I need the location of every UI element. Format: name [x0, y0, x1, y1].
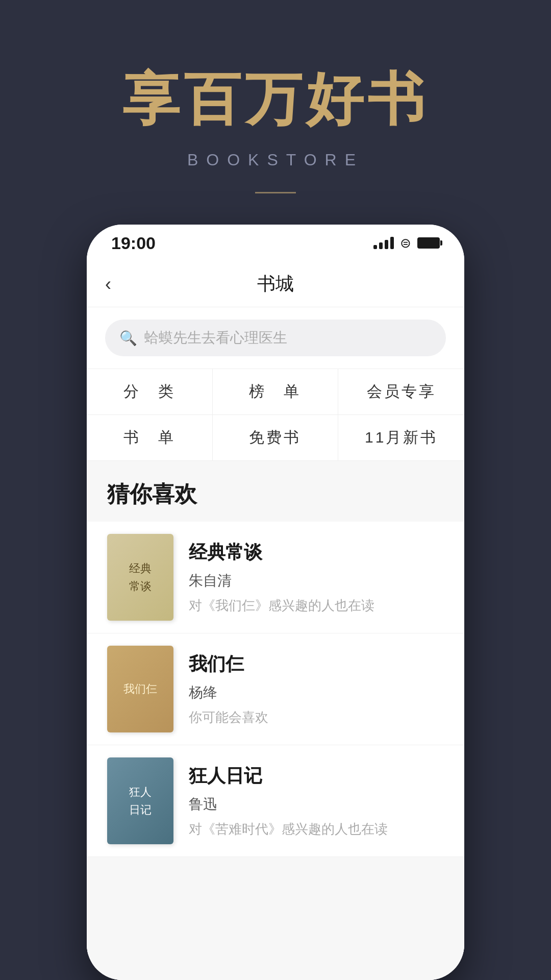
- category-grid: 分 类 榜 单 会员专享 书 单 免费书 11月新书: [87, 369, 464, 461]
- search-icon: 🔍: [119, 330, 137, 347]
- recommend-section: 猜你喜欢 经典 常谈 经典常谈 朱自清 对《我们仨》感兴趣的人也在读: [87, 461, 464, 980]
- book-info-2: 狂人日记 鲁迅 对《苦难时代》感兴趣的人也在读: [189, 764, 444, 838]
- category-label-2: 会员专享: [367, 381, 436, 402]
- battery-icon: [417, 237, 440, 249]
- category-item-5[interactable]: 11月新书: [338, 415, 464, 461]
- search-container: 🔍 蛤蟆先生去看心理医生: [87, 307, 464, 369]
- hero-section: 享百万好书 BOOKSTORE: [0, 0, 551, 193]
- book-name-0: 经典常谈: [189, 540, 444, 565]
- book-item-2[interactable]: 狂人 日记 狂人日记 鲁迅 对《苦难时代》感兴趣的人也在读: [87, 745, 464, 857]
- nav-bar: ‹ 书城: [87, 261, 464, 307]
- book-cover-2: 狂人 日记: [107, 757, 173, 844]
- search-placeholder-text: 蛤蟆先生去看心理医生: [144, 328, 287, 348]
- category-item-3[interactable]: 书 单: [87, 415, 213, 461]
- book-item-0[interactable]: 经典 常谈 经典常谈 朱自清 对《我们仨》感兴趣的人也在读: [87, 522, 464, 633]
- book-author-1: 杨绛: [189, 683, 444, 702]
- page-title: 书城: [257, 272, 294, 297]
- book-cover-0: 经典 常谈: [107, 534, 173, 621]
- category-label-4: 免费书: [249, 427, 301, 448]
- phone-frame: 19:00 ⊜ ‹ 书城 🔍 蛤蟆先: [87, 225, 464, 980]
- book-author-2: 鲁迅: [189, 795, 444, 814]
- book-cover-1: 我们仨: [107, 646, 173, 732]
- category-label-1: 榜 单: [249, 381, 301, 402]
- book-list: 经典 常谈 经典常谈 朱自清 对《我们仨》感兴趣的人也在读 我们仨: [87, 522, 464, 857]
- category-item-1[interactable]: 榜 单: [213, 369, 339, 415]
- content-area: 🔍 蛤蟆先生去看心理医生 分 类 榜 单 会员专享 书 单: [87, 307, 464, 980]
- book-author-0: 朱自清: [189, 571, 444, 591]
- status-time: 19:00: [111, 233, 156, 253]
- hero-subtitle: BOOKSTORE: [187, 151, 364, 169]
- search-bar[interactable]: 🔍 蛤蟆先生去看心理医生: [105, 320, 446, 356]
- back-button[interactable]: ‹: [105, 274, 111, 295]
- category-item-2[interactable]: 会员专享: [338, 369, 464, 415]
- book-info-0: 经典常谈 朱自清 对《我们仨》感兴趣的人也在读: [189, 540, 444, 615]
- category-label-0: 分 类: [123, 381, 176, 402]
- status-icons: ⊜: [373, 235, 440, 251]
- status-bar: 19:00 ⊜: [87, 225, 464, 261]
- category-item-4[interactable]: 免费书: [213, 415, 339, 461]
- book-name-1: 我们仨: [189, 652, 444, 677]
- hero-title: 享百万好书: [122, 61, 429, 138]
- category-item-0[interactable]: 分 类: [87, 369, 213, 415]
- phone-mockup: 19:00 ⊜ ‹ 书城 🔍 蛤蟆先: [87, 225, 464, 980]
- recommend-header: 猜你喜欢: [87, 461, 464, 522]
- signal-icon: [373, 237, 394, 249]
- book-info-1: 我们仨 杨绛 你可能会喜欢: [189, 652, 444, 726]
- book-desc-0: 对《我们仨》感兴趣的人也在读: [189, 597, 444, 615]
- book-desc-1: 你可能会喜欢: [189, 708, 444, 726]
- book-item-1[interactable]: 我们仨 我们仨 杨绛 你可能会喜欢: [87, 633, 464, 745]
- category-label-5: 11月新书: [365, 427, 438, 448]
- hero-divider: [255, 192, 296, 193]
- book-name-2: 狂人日记: [189, 764, 444, 789]
- wifi-icon: ⊜: [400, 235, 411, 251]
- book-desc-2: 对《苦难时代》感兴趣的人也在读: [189, 820, 444, 838]
- category-label-3: 书 单: [123, 427, 176, 448]
- recommend-title: 猜你喜欢: [107, 479, 444, 509]
